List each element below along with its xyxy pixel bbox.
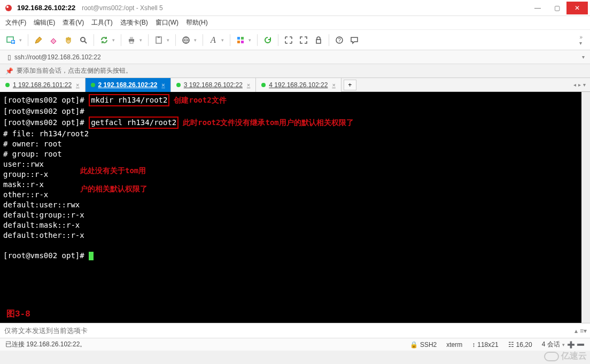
status-dot-icon — [176, 83, 181, 87]
svg-rect-13 — [237, 41, 240, 43]
terminal-line: default:mask::r-x — [3, 221, 80, 229]
toolbar-overflow[interactable]: »▾ — [579, 34, 586, 46]
terminal-line: mask::r-x — [3, 180, 44, 189]
address-bar[interactable]: ▯ ssh://root@192.168.26.102:22 ▾ — [0, 50, 590, 64]
terminal-line: # file: rh134/root2 — [3, 129, 89, 138]
separator — [257, 34, 258, 46]
command-highlight: getfacl rh134/root2 — [89, 117, 178, 129]
separator — [329, 34, 329, 46]
pencil-icon[interactable] — [32, 33, 45, 47]
eraser-icon[interactable] — [46, 33, 60, 47]
window-subtitle: root@vms002:/opt - Xshell 5 — [82, 4, 163, 12]
svg-rect-6 — [130, 37, 133, 39]
tab-bar: 1 192.168.26.101:22 × 2 192.168.26.102:2… — [0, 78, 590, 92]
status-connection: 已连接 192.168.26.102:22。 — [5, 340, 400, 349]
status-bar: 已连接 192.168.26.102:22。 🔒 SSH2 xterm ↕ 11… — [0, 338, 590, 351]
refresh-icon[interactable] — [261, 33, 275, 47]
tab-label: 1 192.168.26.101:22 — [13, 81, 72, 89]
title-bar: 192.168.26.102:22 root@vms002:/opt - Xsh… — [0, 0, 590, 16]
separator — [94, 34, 94, 46]
font-icon[interactable]: A — [206, 33, 220, 47]
palette-icon[interactable] — [234, 33, 247, 47]
address-text: ssh://root@192.168.26.102:22 — [14, 53, 101, 61]
status-sessions[interactable]: 4 会话 ▾ ➕ ➖ — [542, 340, 585, 349]
clipboard-dropdown[interactable]: ▾ — [167, 37, 172, 43]
clipboard-icon[interactable] — [152, 33, 166, 47]
lock-icon[interactable] — [312, 33, 325, 47]
status-dot-icon — [261, 83, 266, 87]
tab-label: 3 192.168.26.102:22 — [184, 81, 243, 89]
terminal-line: default:group::r-x — [3, 211, 84, 219]
tab-nav-right-icon[interactable]: ▸ — [578, 82, 581, 88]
menu-file[interactable]: 文件(F) — [5, 18, 26, 27]
bookmark-icon[interactable]: ▯ — [7, 53, 11, 61]
hand-icon[interactable] — [61, 33, 75, 47]
session-tab-3[interactable]: 3 192.168.26.102:22 × — [171, 78, 257, 92]
hint-text: 要添加当前会话，点击左侧的箭头按钮。 — [17, 66, 132, 75]
compose-input[interactable] — [0, 323, 571, 338]
svg-rect-7 — [130, 41, 133, 43]
print-icon[interactable] — [125, 33, 138, 47]
menu-tabs[interactable]: 选项卡(B) — [120, 18, 148, 27]
compose-up-icon[interactable]: ▴ — [575, 327, 578, 335]
shell-prompt: [root@vms002 opt]# — [3, 118, 89, 127]
status-pos: ☷ 16,20 — [508, 341, 532, 348]
palette-dropdown[interactable]: ▾ — [249, 37, 254, 43]
terminal-pane[interactable]: [root@vms002 opt]# mkdir rh134/root2创建ro… — [0, 92, 590, 323]
minimize-button[interactable]: — — [528, 2, 547, 14]
menu-tools[interactable]: 工具(T) — [91, 18, 112, 27]
address-dropdown[interactable]: ▾ — [582, 54, 585, 60]
scrollbar-thumb[interactable] — [581, 92, 590, 113]
maximize-button[interactable]: ▢ — [547, 2, 566, 14]
fullscreen-icon[interactable] — [297, 33, 310, 47]
comment-icon[interactable] — [347, 33, 361, 47]
terminal-line: default:user::rwx — [3, 200, 80, 209]
search-icon[interactable] — [76, 33, 90, 47]
separator — [278, 34, 278, 46]
terminal-line: group::r-x — [3, 170, 48, 179]
menu-edit[interactable]: 编辑(E) — [34, 18, 55, 27]
figure-label: 图3-8 — [6, 309, 30, 320]
pin-icon[interactable]: 📌 — [5, 67, 13, 75]
reconnect-icon[interactable] — [97, 33, 111, 47]
expand-icon[interactable] — [282, 33, 296, 47]
separator — [28, 34, 28, 46]
close-tab-icon[interactable]: × — [76, 82, 79, 88]
menu-view[interactable]: 查看(V) — [63, 18, 84, 27]
new-session-icon[interactable] — [4, 33, 18, 47]
separator — [230, 34, 230, 46]
globe-dropdown[interactable]: ▾ — [194, 37, 199, 43]
shell-prompt: [root@vms002 opt]# — [3, 96, 89, 104]
menu-help[interactable]: 帮助(H) — [186, 18, 208, 27]
svg-point-1 — [6, 6, 9, 8]
font-dropdown[interactable]: ▾ — [221, 37, 227, 43]
add-tab-button[interactable]: + — [344, 80, 356, 90]
status-protocol: 🔒 SSH2 — [410, 341, 437, 348]
status-term: xterm — [446, 341, 462, 348]
app-logo-icon — [4, 4, 13, 12]
print-dropdown[interactable]: ▾ — [139, 37, 145, 43]
globe-icon[interactable] — [179, 33, 193, 47]
status-dot-icon — [91, 83, 95, 87]
close-button[interactable]: ✕ — [566, 2, 588, 14]
compose-options-icon[interactable]: ≡▾ — [580, 327, 587, 335]
tab-nav-left-icon[interactable]: ◂ — [573, 82, 576, 88]
tab-menu-icon[interactable]: ▾ — [583, 82, 586, 88]
separator — [175, 34, 176, 46]
close-tab-icon[interactable]: × — [332, 82, 335, 88]
annotation: 创建root2文件 — [174, 96, 226, 104]
annotation: 此时root2文件没有继承tom用户的默认相关权限了 — [183, 118, 353, 127]
annotation: 户的相关默认权限了 — [80, 184, 148, 194]
help-icon[interactable]: ? — [332, 33, 346, 47]
new-session-dropdown[interactable]: ▾ — [19, 37, 25, 43]
tab-label: 4 192.168.26.102:22 — [269, 81, 328, 89]
reconnect-dropdown[interactable]: ▾ — [112, 37, 118, 43]
session-tab-4[interactable]: 4 192.168.26.102:22 × — [256, 78, 341, 92]
session-tab-1[interactable]: 1 192.168.26.101:22 × — [0, 78, 86, 92]
menu-window[interactable]: 窗口(W) — [156, 18, 178, 27]
close-tab-icon[interactable]: × — [161, 82, 165, 88]
svg-rect-11 — [237, 37, 240, 40]
session-tab-2[interactable]: 2 192.168.26.102:22 × — [86, 78, 171, 92]
svg-rect-9 — [158, 36, 160, 38]
close-tab-icon[interactable]: × — [247, 82, 250, 88]
